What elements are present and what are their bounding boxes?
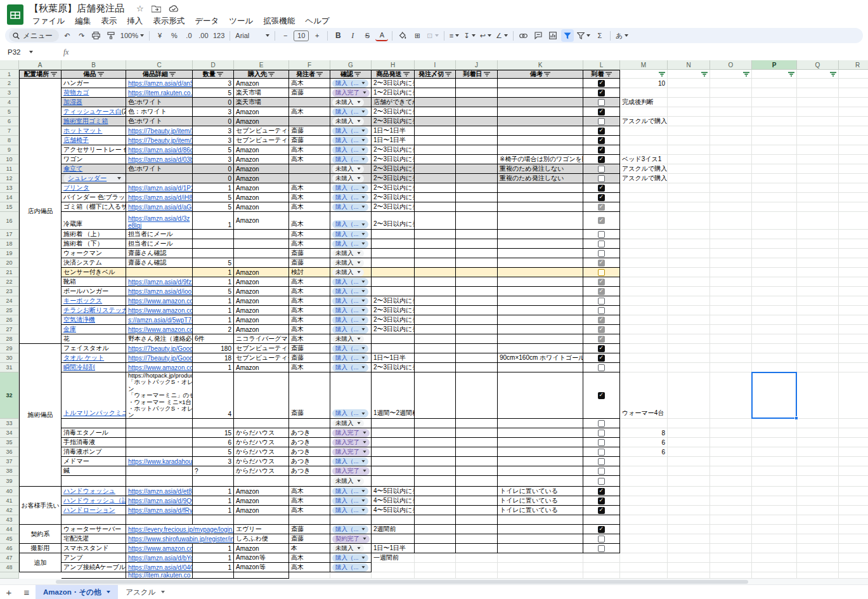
cell-G2[interactable]: 購入（... (330, 79, 372, 88)
checkbox-cell-L8[interactable] (583, 136, 620, 145)
arrival-checkbox[interactable] (598, 118, 605, 125)
cell-M24[interactable] (620, 296, 668, 306)
cell-J9[interactable] (456, 145, 498, 155)
status-chip[interactable]: 購入（... (332, 364, 368, 372)
cell-E17[interactable] (234, 230, 289, 239)
cell-G4[interactable]: 未購入 (330, 98, 372, 107)
cell-G20[interactable]: 未購入 (330, 258, 372, 268)
cell-R12[interactable] (839, 174, 868, 183)
cell-D25[interactable]: 1 (193, 306, 234, 315)
cell-B5[interactable]: ティッシュケース白 (2セ (62, 107, 126, 117)
cell-F32[interactable]: 斎藤 (289, 372, 330, 419)
cell-F18[interactable]: 高木 (289, 239, 330, 249)
cell-G14[interactable]: 購入（... (330, 193, 372, 202)
cell-E14[interactable]: Amazon (234, 193, 289, 202)
cell-H31[interactable]: 2〜3日以内に発送 (372, 363, 415, 372)
increase-decimals-button[interactable]: .00 (197, 29, 210, 42)
name-box[interactable]: P32 (0, 48, 46, 56)
cell-E4[interactable]: 楽天市場 (234, 98, 289, 107)
cell-O42[interactable] (710, 506, 752, 515)
row-header-15[interactable]: 15 (0, 202, 19, 212)
cell-K25[interactable] (498, 306, 583, 315)
cell-Q19[interactable] (797, 249, 839, 258)
cell-P5[interactable] (752, 107, 797, 117)
status-chip[interactable]: 未購入 (332, 477, 364, 485)
cell-M27[interactable] (620, 325, 668, 334)
status-chip[interactable]: 購入（... (332, 278, 368, 286)
cell-P10[interactable] (752, 155, 797, 164)
cell-N37[interactable] (668, 457, 710, 466)
cell-O39[interactable] (710, 476, 752, 487)
cell-I20[interactable] (415, 258, 456, 268)
cell-E43[interactable] (234, 515, 289, 525)
cell-Q23[interactable] (797, 287, 839, 296)
cell-P2[interactable] (752, 79, 797, 88)
cell-H10[interactable]: 2〜3日以内に発送 (372, 155, 415, 164)
arrival-checkbox[interactable] (598, 185, 605, 192)
row-header-10[interactable]: 10 (0, 155, 19, 164)
sheet-tab-active[interactable]: Amazon・その他 (36, 585, 118, 599)
status-chip[interactable]: 未購入 (332, 117, 364, 126)
cell-N29[interactable] (668, 344, 710, 353)
cell-B27[interactable]: 金庫 (62, 325, 126, 334)
cell-M9[interactable] (620, 145, 668, 155)
cell-J13[interactable] (456, 183, 498, 193)
cell-K43[interactable] (498, 515, 583, 525)
cell-D48[interactable]: 1 (193, 563, 234, 572)
menu-insert[interactable]: 挿入 (122, 15, 147, 28)
cell-P48[interactable] (752, 563, 797, 572)
cell-K35[interactable] (498, 438, 583, 447)
checkbox-cell-L48[interactable] (583, 563, 620, 572)
insert-link-button[interactable] (517, 29, 530, 42)
cell-P45[interactable] (752, 534, 797, 544)
cell-B7[interactable]: ホットマット (62, 126, 126, 136)
insert-chart-button[interactable] (547, 29, 559, 42)
cell-D34[interactable]: 15 (193, 428, 234, 438)
cell-K33[interactable] (498, 419, 583, 428)
cell-F33[interactable] (289, 419, 330, 428)
cell-E11[interactable]: Amazon (234, 164, 289, 174)
cell-H18[interactable] (372, 239, 415, 249)
cell-B28[interactable]: 花 (62, 334, 126, 344)
cell-O27[interactable] (710, 325, 752, 334)
cell-H2[interactable]: 2〜3日以内に発送 (372, 79, 415, 88)
row-header-35[interactable]: 35 (0, 438, 19, 447)
cell-F36[interactable]: あつき (289, 447, 330, 457)
cell-N36[interactable] (668, 447, 710, 457)
checkbox-cell-L26[interactable] (583, 315, 620, 325)
cell-P40[interactable] (752, 487, 797, 496)
cell-E2[interactable]: Amazon (234, 79, 289, 88)
cell-F29[interactable]: 斎藤 (289, 344, 330, 353)
cell-D40[interactable]: 1 (193, 487, 234, 496)
cell-E46[interactable]: Amazon (234, 544, 289, 553)
cell-R33[interactable] (839, 419, 868, 428)
cell-O30[interactable] (710, 353, 752, 363)
cell-E36[interactable]: からだハウス (234, 447, 289, 457)
decrease-font-size-button[interactable]: − (279, 29, 292, 42)
cell-J39[interactable] (456, 476, 498, 487)
cell-D13[interactable]: 1 (193, 183, 234, 193)
cell-C28[interactable]: 野本さん発注（連絡必要） (126, 334, 193, 344)
cell-G6[interactable]: 未購入 (330, 117, 372, 126)
cell-E31[interactable]: Amazon (234, 363, 289, 372)
cell-K32[interactable] (498, 372, 583, 419)
status-chip[interactable]: 購入（... (332, 203, 368, 211)
menu-file[interactable]: ファイル (28, 15, 69, 28)
cell-C31[interactable]: https://www.amazon.co.jp (126, 363, 193, 372)
cell-M22[interactable] (620, 277, 668, 287)
cell-J12[interactable] (456, 174, 498, 183)
status-chip[interactable]: 購入（... (332, 457, 368, 466)
column-header-R[interactable]: R (839, 60, 868, 70)
cell-N12[interactable] (668, 174, 710, 183)
cell-F35[interactable]: あつき (289, 438, 330, 447)
cell-J5[interactable] (456, 107, 498, 117)
cell-H7[interactable]: 1日〜1日半 (372, 126, 415, 136)
cell-N41[interactable] (668, 496, 710, 506)
cell-Q13[interactable] (797, 183, 839, 193)
cell-J15[interactable] (456, 202, 498, 212)
cell-P14[interactable] (752, 193, 797, 202)
status-chip[interactable]: 購入（... (332, 79, 368, 88)
arrival-checkbox[interactable] (598, 545, 605, 552)
cell-G10[interactable]: 購入（... (330, 155, 372, 164)
cell-F26[interactable]: 高木 (289, 315, 330, 325)
